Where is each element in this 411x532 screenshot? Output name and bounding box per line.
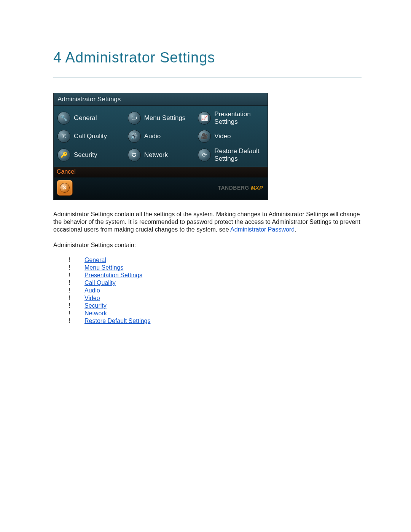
cancel-label[interactable]: Cancel xyxy=(54,167,268,177)
brand-label: TANDBERG MXP xyxy=(218,185,263,191)
menu-item-menu-settings[interactable]: 🖵Menu Settings xyxy=(126,108,196,128)
globe-icon: ✪ xyxy=(128,149,141,161)
settings-link-security[interactable]: Security xyxy=(84,302,107,309)
list-item: !Call Quality xyxy=(68,279,362,287)
list-item: !Security xyxy=(68,302,362,310)
bullet-marker: ! xyxy=(68,310,84,317)
settings-link-audio[interactable]: Audio xyxy=(84,287,100,294)
speaker-icon: 🔊 xyxy=(128,130,141,143)
menu-item-label: Network xyxy=(144,151,168,159)
bullet-marker: ! xyxy=(68,279,84,287)
admin-password-link[interactable]: Administrator Password xyxy=(230,226,295,233)
close-icon: ✕ xyxy=(60,183,70,193)
page-title: 4 Administrator Settings xyxy=(53,50,362,66)
camera-icon: 🎥 xyxy=(198,130,211,143)
bullet-marker: ! xyxy=(68,302,84,310)
menu-item-label: Menu Settings xyxy=(144,114,186,122)
menu-item-label: Call Quality xyxy=(74,133,107,140)
brand-suffix: MXP xyxy=(251,185,263,191)
list-item: !General xyxy=(68,256,362,264)
bullet-marker: ! xyxy=(68,317,84,325)
settings-link-restore-default-settings[interactable]: Restore Default Settings xyxy=(84,318,150,324)
menu-item-call-quality[interactable]: ✆Call Quality xyxy=(55,128,126,145)
list-subhead: Administrator Settings contain: xyxy=(53,242,362,249)
menu-item-label: Restore Default Settings xyxy=(214,147,264,162)
chart-icon: 📈 xyxy=(198,112,211,125)
bullet-marker: ! xyxy=(68,256,84,264)
description-part2: . xyxy=(295,226,296,233)
menu-item-label: Video xyxy=(214,133,231,140)
settings-link-video[interactable]: Video xyxy=(84,295,100,301)
menu-item-label: Security xyxy=(74,151,97,159)
list-item: !Menu Settings xyxy=(68,264,362,272)
bullet-marker: ! xyxy=(68,287,84,294)
menu-item-audio[interactable]: 🔊Audio xyxy=(126,128,196,145)
panel-header: Administrator Settings xyxy=(54,93,268,106)
key-icon: 🔑 xyxy=(57,149,70,161)
bullet-marker: ! xyxy=(68,272,84,279)
menu-item-restore-default-settings[interactable]: ⟳Restore Default Settings xyxy=(196,145,266,165)
refresh-icon: ⟳ xyxy=(198,149,211,161)
settings-link-menu-settings[interactable]: Menu Settings xyxy=(84,264,123,271)
menu-item-general[interactable]: 🔧General xyxy=(55,108,126,128)
list-item: !Audio xyxy=(68,287,362,294)
menu-item-label: General xyxy=(74,114,97,122)
menu-item-security[interactable]: 🔑Security xyxy=(55,145,126,165)
cancel-button[interactable]: ✕ xyxy=(57,180,73,196)
handset-icon: ✆ xyxy=(57,130,70,143)
bullet-marker: ! xyxy=(68,264,84,272)
horizontal-rule xyxy=(53,77,362,78)
list-item: !Video xyxy=(68,294,362,302)
menu-item-label: Audio xyxy=(144,133,161,140)
settings-link-list: !General!Menu Settings!Presentation Sett… xyxy=(68,256,362,325)
monitor-icon: 🖵 xyxy=(128,112,141,125)
wrench-icon: 🔧 xyxy=(57,112,70,125)
settings-link-call-quality[interactable]: Call Quality xyxy=(84,280,116,286)
menu-item-presentation-settings[interactable]: 📈Presentation Settings xyxy=(196,108,266,128)
panel-footer: ✕ TANDBERG MXP xyxy=(54,177,268,200)
settings-link-network[interactable]: Network xyxy=(84,310,107,316)
list-item: !Network xyxy=(68,310,362,317)
menu-item-network[interactable]: ✪Network xyxy=(126,145,196,165)
description-paragraph: Administrator Settings contain all the s… xyxy=(53,211,362,233)
brand-text: TANDBERG xyxy=(218,185,249,191)
settings-link-general[interactable]: General xyxy=(84,257,106,263)
settings-link-presentation-settings[interactable]: Presentation Settings xyxy=(84,272,142,278)
menu-item-label: Presentation Settings xyxy=(214,110,264,125)
menu-item-video[interactable]: 🎥Video xyxy=(196,128,266,145)
list-item: !Restore Default Settings xyxy=(68,317,362,325)
settings-panel-screenshot: Administrator Settings 🔧General🖵Menu Set… xyxy=(53,93,268,200)
description-part1: Administrator Settings contain all the s… xyxy=(53,211,360,233)
list-item: !Presentation Settings xyxy=(68,272,362,279)
bullet-marker: ! xyxy=(68,294,84,302)
panel-grid: 🔧General🖵Menu Settings📈Presentation Sett… xyxy=(54,106,268,167)
